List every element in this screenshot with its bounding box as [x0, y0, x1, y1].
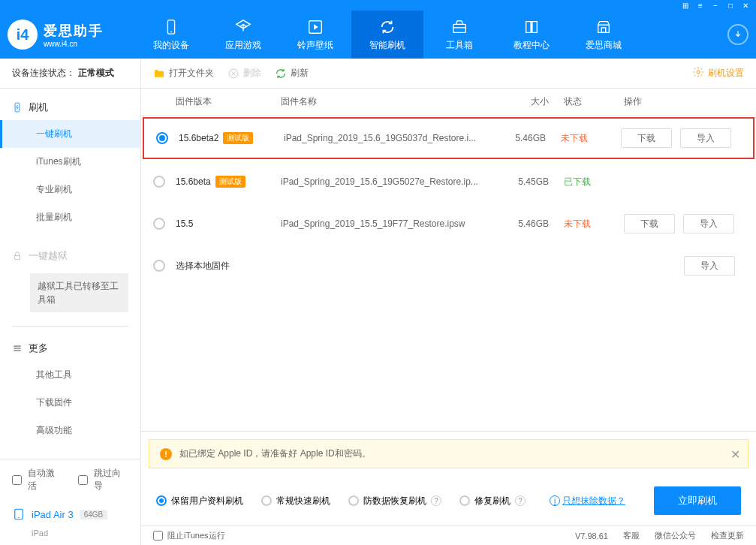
delete-icon — [227, 68, 239, 80]
import-button[interactable]: 导入 — [683, 214, 734, 233]
toolbox-icon — [450, 18, 468, 36]
folder-icon — [153, 68, 165, 80]
sidebar-jailbreak-header: 一键越狱 — [0, 243, 140, 269]
import-button[interactable]: 导入 — [680, 128, 731, 148]
sidebar: 设备连接状态： 正常模式 刷机 一键刷机 iTunes刷机 专业刷机 批量刷机 … — [0, 59, 141, 545]
statusbar: 阻止iTunes运行 V7.98.61 客服 微信公众号 检查更新 — [141, 525, 756, 545]
open-folder-button[interactable]: 打开文件夹 — [153, 67, 214, 80]
skip-guide-checkbox[interactable] — [78, 475, 88, 485]
flash-option-normal[interactable]: 常规快速刷机 — [261, 495, 330, 507]
lock-icon — [12, 251, 23, 261]
firmware-row[interactable]: 15.6beta测试版 iPad_Spring_2019_15.6_19G502… — [141, 161, 756, 203]
tablet-icon — [12, 507, 26, 521]
sidebar-advanced[interactable]: 高级功能 — [0, 417, 140, 444]
sidebar-flash-header[interactable]: 刷机 — [0, 95, 140, 120]
wechat-link[interactable]: 微信公众号 — [655, 530, 696, 541]
sidebar-itunes-flash[interactable]: iTunes刷机 — [0, 148, 140, 176]
close-warning-button[interactable]: ✕ — [730, 447, 740, 461]
svg-rect-3 — [453, 24, 466, 32]
minimize-icon[interactable]: − — [711, 1, 720, 10]
apps-icon — [234, 18, 252, 36]
nav-my-device[interactable]: 我的设备 — [135, 11, 207, 59]
download-button[interactable]: 下载 — [624, 214, 675, 233]
flash-option-repair[interactable]: 修复刷机 ? — [459, 495, 526, 507]
firmware-radio[interactable] — [153, 218, 165, 230]
firmware-radio[interactable] — [153, 176, 165, 188]
flash-option-anti-recovery[interactable]: 防数据恢复刷机 ? — [348, 495, 441, 507]
jailbreak-notice: 越狱工具已转移至工具箱 — [30, 273, 128, 312]
app-url: www.i4.cn — [44, 40, 104, 48]
firmware-row-local[interactable]: 选择本地固件 导入 — [141, 245, 756, 287]
music-icon — [306, 18, 324, 36]
nav-flash[interactable]: 智能刷机 — [351, 11, 423, 59]
help-icon[interactable]: ? — [431, 495, 441, 506]
device-icon — [162, 18, 180, 36]
download-icon — [733, 29, 743, 40]
flash-settings-button[interactable]: 刷机设置 — [692, 66, 744, 80]
bottom-panel: ! 如已绑定 Apple ID，请准备好 Apple ID和密码。 ✕ 保留用户… — [141, 431, 756, 525]
check-update-link[interactable]: 检查更新 — [711, 530, 744, 541]
store-icon — [595, 18, 613, 36]
device-info[interactable]: iPad Air 3 64GB — [0, 500, 140, 528]
refresh-icon — [378, 18, 396, 36]
divider — [12, 326, 128, 327]
refresh-button[interactable]: 刷新 — [275, 67, 309, 80]
firmware-row[interactable]: 15.5 iPad_Spring_2019_15.5_19F77_Restore… — [141, 203, 756, 245]
close-icon[interactable]: ✕ — [741, 1, 750, 10]
maximize-icon[interactable]: □ — [726, 1, 735, 10]
nav-ringtones[interactable]: 铃声壁纸 — [279, 11, 351, 59]
firmware-radio[interactable] — [156, 132, 168, 144]
sidebar-download-fw[interactable]: 下载固件 — [0, 389, 140, 417]
main-content: 打开文件夹 删除 刷新 刷机设置 固件版本 固件名称 大小 状态 操作 — [141, 59, 756, 545]
flash-options: 保留用户资料刷机 常规快速刷机 防数据恢复刷机 ? 修复刷机 ? i — [141, 476, 756, 525]
auto-activate-checkbox[interactable] — [12, 475, 22, 485]
beta-tag: 测试版 — [215, 176, 245, 188]
toolbar: 打开文件夹 删除 刷新 刷机设置 — [141, 59, 756, 89]
warning-icon: ! — [160, 448, 172, 460]
block-itunes-checkbox[interactable] — [153, 531, 163, 540]
sidebar-pro-flash[interactable]: 专业刷机 — [0, 176, 140, 203]
nav-store[interactable]: 爱思商城 — [568, 11, 640, 59]
flash-option-keep-data[interactable]: 保留用户资料刷机 — [156, 495, 243, 507]
delete-button: 删除 — [227, 67, 261, 80]
svg-rect-7 — [15, 255, 20, 259]
warning-bar: ! 如已绑定 Apple ID，请准备好 Apple ID和密码。 ✕ — [149, 439, 748, 468]
beta-tag: 测试版 — [223, 132, 253, 144]
svg-point-1 — [170, 31, 172, 32]
sidebar-other-tools[interactable]: 其他工具 — [0, 361, 140, 389]
more-icon — [12, 343, 23, 354]
svg-point-16 — [697, 71, 700, 74]
sidebar-batch-flash[interactable]: 批量刷机 — [0, 203, 140, 231]
firmware-row[interactable]: 15.6beta2测试版 iPad_Spring_2019_15.6_19G50… — [143, 117, 754, 159]
erase-data-link[interactable]: i 只想抹除数据？ — [550, 495, 625, 507]
nav-tutorials[interactable]: 教程中心 — [495, 11, 568, 59]
header: i4 爱思助手 www.i4.cn 我的设备 应用游戏 铃声壁纸 智能刷机 工具… — [0, 11, 756, 59]
menu-icon[interactable]: ≡ — [696, 1, 705, 10]
table-header: 固件版本 固件名称 大小 状态 操作 — [141, 89, 756, 116]
nav-toolbox[interactable]: 工具箱 — [423, 11, 495, 59]
help-icon[interactable]: ? — [515, 495, 526, 506]
logo-icon: i4 — [8, 20, 38, 50]
book-icon — [523, 18, 541, 36]
import-button[interactable]: 导入 — [684, 256, 735, 276]
refresh-small-icon — [275, 68, 287, 80]
support-link[interactable]: 客服 — [623, 530, 640, 541]
app-name: 爱思助手 — [44, 22, 104, 40]
sidebar-more-header[interactable]: 更多 — [0, 336, 140, 361]
svg-rect-5 — [601, 27, 606, 32]
nav-apps[interactable]: 应用游戏 — [207, 11, 279, 59]
flash-icon — [12, 102, 23, 113]
version-label: V7.98.61 — [575, 531, 608, 540]
flash-now-button[interactable]: 立即刷机 — [654, 486, 741, 515]
gear-icon — [692, 66, 704, 80]
download-button[interactable] — [727, 24, 748, 45]
svg-point-12 — [18, 517, 20, 519]
sidebar-oneclick-flash[interactable]: 一键刷机 — [0, 120, 140, 148]
firmware-radio[interactable] — [153, 260, 165, 272]
download-button[interactable]: 下载 — [621, 128, 672, 148]
grid-icon[interactable]: ⊞ — [681, 1, 690, 10]
info-icon: i — [550, 495, 560, 506]
device-status: 设备连接状态： 正常模式 — [0, 59, 140, 89]
logo[interactable]: i4 爱思助手 www.i4.cn — [8, 20, 135, 50]
